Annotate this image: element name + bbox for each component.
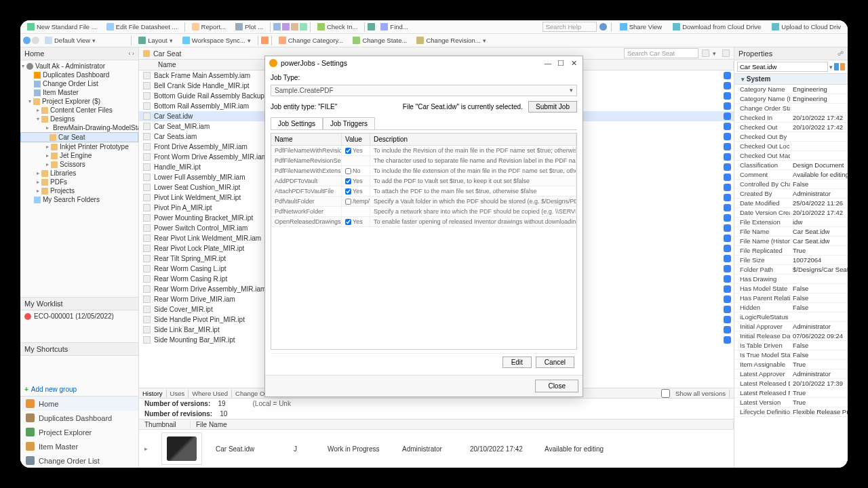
property-row: Has Drawing	[734, 274, 848, 284]
worklist-item[interactable]: ECO-000001 (12/05/2022)	[20, 310, 138, 322]
help-icon[interactable]	[599, 23, 607, 30]
status-dot	[724, 184, 731, 191]
tb-icon[interactable]	[273, 23, 281, 30]
property-row: Lifecycle DefinitionFlexible Release Pro…	[734, 407, 848, 417]
plot-button[interactable]: Plot ...	[231, 22, 267, 32]
search-icon[interactable]	[702, 49, 709, 57]
edit-datasheet-button[interactable]: Edit File Datasheet ...	[102, 22, 182, 32]
property-row: Has Model StateFalse	[734, 284, 848, 293]
property-row: Is Table DrivenFalse	[734, 341, 848, 350]
property-row: Category Name (Histo...Engineering	[734, 94, 848, 104]
tree-car-seat[interactable]: Car Seat	[20, 132, 138, 142]
file-icon	[143, 204, 151, 211]
status-dot	[724, 123, 731, 130]
setting-row[interactable]: OpenReleasedDrawingsFast YesTo enable fa…	[271, 217, 576, 227]
fwd-icon[interactable]	[32, 37, 39, 44]
upload-cloud-button[interactable]: Upload to Cloud Driv	[768, 22, 845, 32]
filter-icon[interactable]	[722, 49, 730, 57]
worklist-header: My Worklist	[20, 298, 138, 310]
setting-row[interactable]: PdfVaultFolder /temp/PDF/Specify a Vault…	[271, 197, 576, 207]
file-icon	[143, 194, 151, 201]
nav-change-order[interactable]: Change Order List	[20, 453, 138, 468]
file-icon	[143, 265, 151, 272]
close-icon[interactable]: ✕	[569, 59, 578, 67]
property-row: File Size10072064	[734, 256, 848, 265]
change-revision-button[interactable]: Change Revision...▾	[412, 35, 490, 45]
add-icon[interactable]	[834, 63, 839, 70]
tab-job-triggers[interactable]: Job Triggers	[323, 117, 375, 129]
share-view-button[interactable]: Share View	[616, 22, 666, 32]
property-row: CommentAvailable for editing	[734, 170, 848, 180]
tab-job-settings[interactable]: Job Settings	[271, 117, 323, 129]
minimize-icon[interactable]: —	[543, 59, 553, 67]
property-row: Folder Path$/Designs/Car Seat	[734, 265, 848, 274]
tb-icon[interactable]	[282, 23, 290, 30]
property-row: Latest Released RevisionTrue	[734, 388, 848, 398]
default-view-dropdown[interactable]: Default View▾	[41, 35, 100, 45]
properties-header: Properties☍	[734, 47, 848, 60]
status-dot	[724, 174, 731, 181]
tb-icon[interactable]	[368, 23, 375, 30]
file-icon	[143, 214, 151, 222]
property-row: File Name (Historical)Car Seat.idw	[734, 237, 848, 246]
property-row: Controlled By Change ...False	[734, 180, 848, 189]
show-all-checkbox[interactable]	[661, 389, 670, 398]
change-category-button[interactable]: Change Category...	[275, 35, 348, 45]
setting-row[interactable]: AttachPDFToVaultFile YesTo attach the PD…	[271, 186, 576, 197]
setting-row[interactable]: PdfFileNameWithExtension NoTo include th…	[271, 166, 576, 176]
setting-row[interactable]: AddPDFToVault YesTo add the PDF to Vault…	[271, 176, 576, 186]
add-group-link[interactable]: +Add new group	[20, 383, 138, 396]
submit-job-button[interactable]: Submit Job	[528, 101, 577, 113]
find-button[interactable]: Find...	[376, 22, 412, 32]
property-row: Latest Released Date20/10/2022 17:39	[734, 379, 848, 388]
nav-duplicates[interactable]: Duplicates Dashboard	[20, 411, 138, 425]
setting-row[interactable]: PdfNetworkFolderSpecify a network share …	[271, 207, 576, 217]
report-button[interactable]: Report...	[188, 22, 230, 32]
cancel-button[interactable]: Cancel	[536, 357, 574, 368]
property-row: Category NameEngineering	[734, 85, 848, 94]
shortcuts-header: My Shortcuts	[20, 343, 138, 356]
folder-search-input[interactable]: Search Car Seat	[624, 48, 698, 58]
status-dot	[724, 214, 731, 222]
gear-icon[interactable]	[840, 63, 845, 70]
property-row: Has Parent RelationshipFalse	[734, 293, 848, 303]
file-icon	[143, 224, 151, 232]
setting-row[interactable]: PdfFileNameRevisionSeparatorThe characte…	[271, 156, 576, 166]
back-icon[interactable]	[23, 37, 31, 44]
check-in-button[interactable]: Check In...	[313, 22, 361, 32]
search-help-input[interactable]: Search Help	[542, 22, 597, 32]
system-section[interactable]: ▾ System	[734, 74, 848, 85]
tb-icon[interactable]	[291, 23, 298, 30]
secondary-toolbar: Default View▾ Layout▾ Workspace Sync...▾…	[20, 34, 848, 47]
property-row: Checked In20/10/2022 17:42	[734, 113, 848, 123]
property-file-input[interactable]	[737, 62, 828, 72]
layout-dropdown[interactable]: Layout▾	[134, 35, 177, 45]
edit-button[interactable]: Edit	[502, 357, 532, 368]
preview-row[interactable]: ▸ Car Seat.idw J Work in Progress Admini…	[139, 430, 734, 468]
workspace-sync-button[interactable]: Workspace Sync...▾	[178, 35, 255, 45]
property-row: Initial ApproverAdministrator	[734, 322, 848, 331]
download-cloud-button[interactable]: Download from Cloud Drive	[669, 22, 765, 32]
close-button[interactable]: Close	[535, 380, 578, 392]
status-dot	[724, 133, 731, 140]
status-dot	[724, 265, 731, 272]
nav-item-master[interactable]: Item Master	[20, 439, 138, 453]
maximize-icon[interactable]: ☐	[556, 59, 566, 67]
tb-icon[interactable]	[300, 23, 307, 30]
property-row: Is True Model StateFalse	[734, 350, 848, 360]
status-dot	[724, 296, 731, 303]
new-std-file-button[interactable]: New Standard File ...	[23, 22, 101, 32]
jobtype-dropdown[interactable]: Sample.CreatePDF▾	[271, 85, 577, 96]
property-row: Checked Out Local Spec	[734, 142, 848, 151]
property-row: Date Version Created20/10/2022 17:42	[734, 208, 848, 218]
change-state-button[interactable]: Change State...	[349, 35, 411, 45]
nav-tree[interactable]: ▾Vault Ak - Administrator Duplicates Das…	[20, 60, 138, 297]
property-row: File ReplicatedTrue	[734, 246, 848, 256]
nav-project-explorer[interactable]: Project Explorer	[20, 425, 138, 439]
status-dot	[724, 224, 731, 232]
setting-row[interactable]: PdfFileNameWithRevision YesTo include th…	[271, 146, 576, 156]
tb-icon[interactable]	[261, 37, 269, 44]
file-icon	[143, 245, 151, 252]
nav-home[interactable]: Home	[20, 396, 138, 411]
file-icon	[143, 82, 151, 89]
